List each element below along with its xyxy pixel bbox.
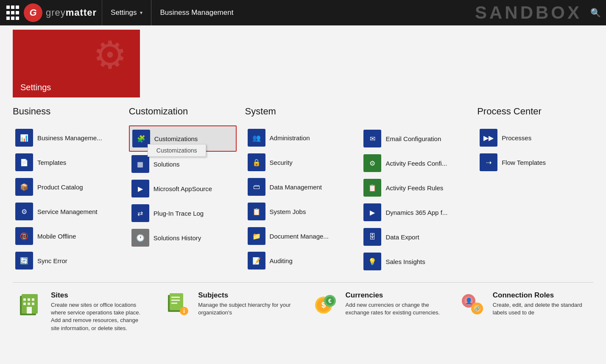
menu-item-customizations[interactable]: 🧩 Customizations Customizations: [129, 125, 237, 152]
menu-item-dynamics-365-app[interactable]: ▶ Dynamics 365 App f...: [361, 200, 469, 225]
logo-area: G greymatter: [24, 0, 102, 25]
svg-rect-3: [28, 298, 30, 301]
tile-icon-connection-roles: 👤 🔗: [459, 291, 486, 318]
menu-item-document-manage[interactable]: 📁 Document Manage...: [245, 224, 353, 248]
menu-item-business-management[interactable]: 📊 Business Manageme...: [13, 125, 120, 150]
bottom-tiles: Sites Create new sites or office locatio…: [13, 291, 593, 332]
hero-gear-icon: ⚙: [93, 36, 127, 74]
svg-text:👤: 👤: [465, 297, 472, 305]
hero-banner: ⚙ Settings: [13, 30, 140, 97]
section-title-business: Business: [13, 106, 120, 119]
tile-connection-roles[interactable]: 👤 🔗 Connection Roles Create, edit, and d…: [459, 291, 589, 332]
menu-item-service-management[interactable]: ⚙ Service Management: [13, 199, 120, 224]
menu-item-administration[interactable]: 👥 Administration: [245, 125, 353, 150]
tile-title-currencies: Currencies: [346, 291, 442, 300]
bottom-tiles-row: Sites Create new sites or office locatio…: [17, 291, 589, 332]
svg-rect-4: [32, 298, 34, 301]
tile-text-currencies: Currencies Add new currencies or change …: [346, 291, 442, 317]
sandbox-label: SANDBOX: [475, 3, 582, 23]
tile-title-subjects: Subjects: [198, 291, 294, 300]
item-label-system-jobs: System Jobs: [270, 208, 306, 215]
item-label-security: Security: [270, 159, 293, 166]
item-label-activity-feeds-rules: Activity Feeds Rules: [385, 184, 443, 192]
tile-subjects[interactable]: i Subjects Manage the subject hierarchy …: [164, 291, 294, 332]
tile-sites[interactable]: Sites Create new sites or office locatio…: [17, 291, 147, 332]
menu-item-solutions-history[interactable]: 🕐 Solutions History: [129, 225, 237, 250]
tile-desc-connection-roles: Create, edit, and delete the standard la…: [493, 301, 589, 317]
tile-currencies[interactable]: $ € Currencies Add new currencies or cha…: [312, 291, 442, 332]
item-label-email-configuration: Email Configuration: [385, 135, 441, 142]
item-label-solutions: Solutions: [154, 161, 180, 168]
section-title-customization: Customization: [129, 106, 237, 119]
item-icon-processes: ▶▶: [480, 129, 497, 147]
grid-menu-icon[interactable]: [5, 5, 20, 20]
hero-title: Settings: [20, 83, 51, 92]
search-icon[interactable]: 🔍: [590, 8, 601, 18]
section-system2: ✉ Email Configuration ⚙ Activity Feeds C…: [361, 106, 477, 274]
item-label-document-manage: Document Manage...: [270, 233, 329, 240]
tile-icon-subjects: i: [164, 291, 191, 318]
main-content: Business 📊 Business Manageme... 📄 Templa…: [0, 106, 606, 341]
menu-item-sales-insights[interactable]: 💡 Sales Insights: [361, 249, 469, 274]
svg-rect-12: [171, 300, 180, 301]
item-icon-auditing: 📝: [248, 252, 265, 270]
menu-item-mobile-offline[interactable]: 📵 Mobile Offline: [13, 224, 120, 248]
item-label-templates: Templates: [37, 159, 66, 166]
menu-item-email-configuration[interactable]: ✉ Email Configuration: [361, 126, 469, 151]
logo-circle: G: [24, 3, 42, 22]
item-label-microsoft-appsource: Microsoft AppSource: [154, 185, 212, 192]
tile-title-sites: Sites: [51, 291, 147, 300]
menu-item-data-management[interactable]: 🗃 Data Management: [245, 175, 353, 199]
tile-text-sites: Sites Create new sites or office locatio…: [51, 291, 147, 332]
item-icon-sync-error: 🔄: [15, 252, 33, 270]
menu-item-processes[interactable]: ▶▶ Processes: [477, 125, 585, 150]
item-icon-data-management: 🗃: [248, 178, 265, 196]
item-icon-templates: 📄: [15, 153, 33, 171]
settings-chevron: ▾: [140, 10, 142, 16]
menu-item-sync-error[interactable]: 🔄 Sync Error: [13, 248, 120, 273]
item-icon-administration: 👥: [248, 129, 265, 147]
tile-title-connection-roles: Connection Roles: [493, 291, 589, 300]
item-label-activity-feeds-confi: Activity Feeds Confi...: [385, 160, 447, 167]
menu-item-templates[interactable]: 📄 Templates: [13, 150, 120, 175]
section-business: Business 📊 Business Manageme... 📄 Templa…: [13, 106, 129, 274]
item-label-service-management: Service Management: [37, 208, 98, 215]
item-label-plug-in-trace-log: Plug-In Trace Log: [154, 210, 204, 217]
section-process-center: Process Center ▶▶ Processes ⇢ Flow Templ…: [477, 106, 593, 274]
item-icon-dynamics-365-app: ▶: [363, 203, 381, 221]
item-icon-email-configuration: ✉: [363, 130, 381, 147]
section-divider: [13, 282, 593, 283]
svg-rect-7: [32, 303, 34, 305]
item-label-data-management: Data Management: [270, 183, 322, 191]
item-label-dynamics-365-app: Dynamics 365 App f...: [385, 209, 447, 216]
menu-item-system-jobs[interactable]: 📋 System Jobs: [245, 199, 353, 224]
item-icon-product-catalog: 📦: [15, 178, 33, 196]
menu-item-auditing[interactable]: 📝 Auditing: [245, 248, 353, 273]
tile-desc-subjects: Manage the subject hierarchy for your or…: [198, 301, 294, 317]
menu-item-microsoft-appsource[interactable]: ▶ Microsoft AppSource: [129, 176, 237, 201]
item-label-processes: Processes: [502, 134, 531, 142]
tile-desc-sites: Create new sites or office locations whe…: [51, 301, 147, 332]
menu-item-flow-templates[interactable]: ⇢ Flow Templates: [477, 150, 585, 175]
menu-item-security[interactable]: 🔒 Security: [245, 150, 353, 175]
settings-nav[interactable]: Settings ▾: [102, 0, 151, 25]
logo-text: greymatter: [46, 7, 97, 18]
item-icon-flow-templates: ⇢: [480, 153, 497, 171]
menu-item-plug-in-trace-log[interactable]: ⇄ Plug-In Trace Log: [129, 201, 237, 225]
item-icon-service-management: ⚙: [15, 203, 33, 220]
tile-text-connection-roles: Connection Roles Create, edit, and delet…: [493, 291, 589, 317]
item-icon-sales-insights: 💡: [363, 253, 381, 270]
menu-item-data-export[interactable]: 🗄 Data Export: [361, 225, 469, 249]
item-label-solutions-history: Solutions History: [154, 234, 201, 242]
menu-item-activity-feeds-confi[interactable]: ⚙ Activity Feeds Confi...: [361, 151, 469, 175]
item-label-auditing: Auditing: [270, 257, 293, 264]
menu-item-product-catalog[interactable]: 📦 Product Catalog: [13, 175, 120, 199]
menu-item-activity-feeds-rules[interactable]: 📋 Activity Feeds Rules: [361, 175, 469, 200]
tile-desc-currencies: Add new currencies or change the exchang…: [346, 301, 442, 317]
svg-rect-6: [28, 303, 30, 305]
header: G greymatter Settings ▾ Business Managem…: [0, 0, 606, 25]
svg-rect-11: [171, 297, 180, 298]
svg-rect-8: [27, 307, 32, 314]
item-icon-system-jobs: 📋: [248, 203, 265, 220]
svg-text:i: i: [183, 308, 185, 314]
